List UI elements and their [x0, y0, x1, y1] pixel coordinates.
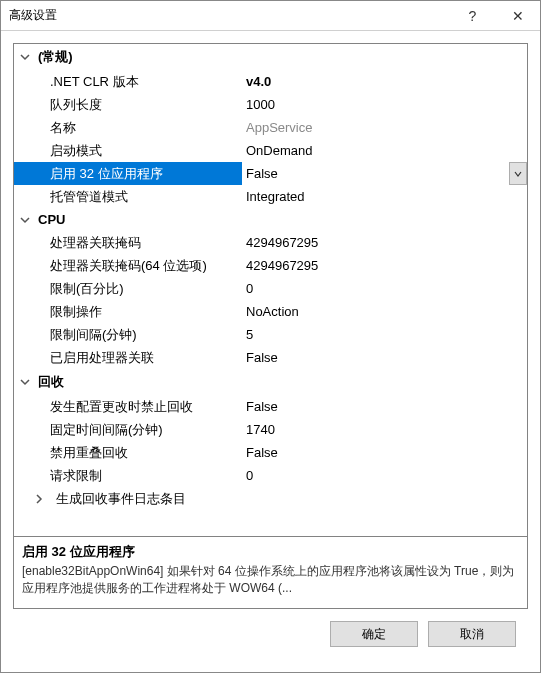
value: 1740	[242, 422, 527, 437]
value: 1000	[242, 97, 527, 112]
value: False	[242, 445, 527, 460]
row-request-limit[interactable]: 请求限制 0	[14, 464, 527, 487]
label: .NET CLR 版本	[14, 73, 242, 91]
row-disable-overlap[interactable]: 禁用重叠回收 False	[14, 441, 527, 464]
value: 0	[242, 468, 527, 483]
description-title: 启用 32 位应用程序	[22, 543, 519, 561]
chevron-right-icon	[32, 492, 46, 506]
chevron-down-icon	[514, 170, 522, 178]
label: 已启用处理器关联	[14, 349, 242, 367]
value: OnDemand	[242, 143, 527, 158]
window-title: 高级设置	[9, 7, 450, 24]
row-limit-action[interactable]: 限制操作 NoAction	[14, 300, 527, 323]
ok-button[interactable]: 确定	[330, 621, 418, 647]
description-panel: 启用 32 位应用程序 [enable32BitAppOnWin64] 如果针对…	[13, 537, 528, 609]
section-cpu[interactable]: CPU	[14, 208, 527, 231]
row-affinity-enabled[interactable]: 已启用处理器关联 False	[14, 346, 527, 369]
label: 启动模式	[14, 142, 242, 160]
label: 发生配置更改时禁止回收	[14, 398, 242, 416]
row-affinity-mask[interactable]: 处理器关联掩码 4294967295	[14, 231, 527, 254]
chevron-down-icon	[18, 50, 32, 64]
value: 4294967295	[242, 258, 527, 273]
row-periodic-restart[interactable]: 固定时间间隔(分钟) 1740	[14, 418, 527, 441]
label: 固定时间间隔(分钟)	[14, 421, 242, 439]
value: 5	[242, 327, 527, 342]
cancel-button[interactable]: 取消	[428, 621, 516, 647]
row-enable-32bit[interactable]: 启用 32 位应用程序 False	[14, 162, 527, 185]
row-limit-percent[interactable]: 限制(百分比) 0	[14, 277, 527, 300]
row-start-mode[interactable]: 启动模式 OnDemand	[14, 139, 527, 162]
label: 启用 32 位应用程序	[14, 165, 242, 183]
section-recycle[interactable]: 回收	[14, 369, 527, 395]
label: 处理器关联掩码(64 位选项)	[14, 257, 242, 275]
label: 限制(百分比)	[14, 280, 242, 298]
chevron-down-icon	[18, 213, 32, 227]
label: 名称	[14, 119, 242, 137]
value: Integrated	[242, 189, 527, 204]
label: 托管管道模式	[14, 188, 242, 206]
row-queue-length[interactable]: 队列长度 1000	[14, 93, 527, 116]
dialog-content: (常规) .NET CLR 版本 v4.0 队列长度 1000 名称 AppSe…	[1, 31, 540, 659]
chevron-down-icon	[18, 375, 32, 389]
row-disallow-rotation[interactable]: 发生配置更改时禁止回收 False	[14, 395, 527, 418]
value: v4.0	[242, 74, 527, 89]
dropdown-button[interactable]	[509, 162, 527, 185]
label: 生成回收事件日志条目	[52, 490, 244, 508]
label: 请求限制	[14, 467, 242, 485]
description-text: [enable32BitAppOnWin64] 如果针对 64 位操作系统上的应…	[22, 563, 519, 597]
label: 限制间隔(分钟)	[14, 326, 242, 344]
label: 处理器关联掩码	[14, 234, 242, 252]
help-button[interactable]: ?	[450, 1, 495, 31]
value: AppService	[242, 120, 527, 135]
property-grid[interactable]: (常规) .NET CLR 版本 v4.0 队列长度 1000 名称 AppSe…	[13, 43, 528, 537]
dialog-buttons: 确定 取消	[13, 609, 528, 647]
row-log-event[interactable]: 生成回收事件日志条目	[14, 487, 527, 510]
row-limit-interval[interactable]: 限制间隔(分钟) 5	[14, 323, 527, 346]
close-button[interactable]: ✕	[495, 1, 540, 31]
value: False	[242, 399, 527, 414]
close-icon: ✕	[512, 8, 524, 24]
label: 禁用重叠回收	[14, 444, 242, 462]
row-name[interactable]: 名称 AppService	[14, 116, 527, 139]
row-affinity-mask-64[interactable]: 处理器关联掩码(64 位选项) 4294967295	[14, 254, 527, 277]
section-general[interactable]: (常规)	[14, 44, 527, 70]
titlebar: 高级设置 ? ✕	[1, 1, 540, 31]
row-clr-version[interactable]: .NET CLR 版本 v4.0	[14, 70, 527, 93]
value: NoAction	[242, 304, 527, 319]
value: False	[242, 350, 527, 365]
label: 队列长度	[14, 96, 242, 114]
row-pipeline-mode[interactable]: 托管管道模式 Integrated	[14, 185, 527, 208]
value: 4294967295	[242, 235, 527, 250]
value: 0	[242, 281, 527, 296]
label: 限制操作	[14, 303, 242, 321]
value[interactable]: False	[242, 162, 527, 185]
